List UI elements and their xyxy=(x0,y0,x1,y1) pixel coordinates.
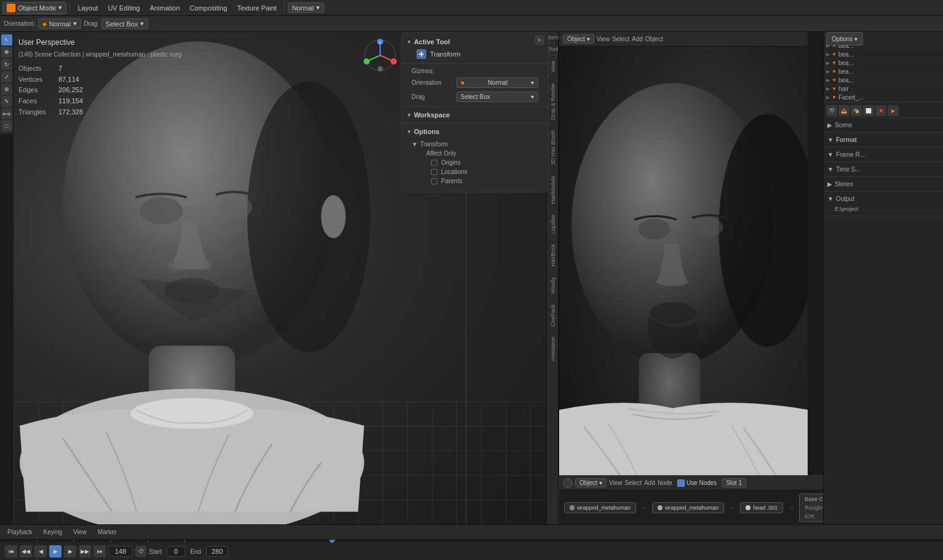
shader-select-btn[interactable]: Select xyxy=(624,479,642,486)
use-nodes-toggle[interactable]: Use Nodes xyxy=(677,479,717,487)
right-object-btn[interactable]: Object xyxy=(645,36,663,42)
prop-icon-6[interactable]: ▶ xyxy=(888,105,899,116)
menu-texture-paint[interactable]: Texture Paint xyxy=(233,3,281,13)
next-keyframe-btn[interactable]: ▶▶ xyxy=(79,545,91,558)
use-nodes-checkbox[interactable] xyxy=(677,479,685,487)
tab-woolly[interactable]: Woolly xyxy=(547,272,558,299)
start-frame[interactable]: 0 xyxy=(167,546,185,557)
top-menubar: Object Mode ▾ Layout UV Editing Animatio… xyxy=(0,0,943,16)
vertices-value: 87,114 xyxy=(58,74,79,85)
shader-node-1[interactable]: wrapped_metahuman xyxy=(564,502,636,513)
right-add-btn[interactable]: Add xyxy=(632,36,643,42)
stereo-section-title[interactable]: ▶ Stereo xyxy=(827,179,939,189)
prop-icon-3[interactable]: 🎭 xyxy=(851,105,862,116)
measure-tool[interactable]: ⟷ xyxy=(1,108,12,119)
node-dot-1 xyxy=(570,505,575,510)
marker-menu[interactable]: Marker xyxy=(94,528,121,536)
mode-dropdown[interactable]: Object Mode ▾ xyxy=(2,2,66,14)
format-section-title[interactable]: ▼ Format xyxy=(827,135,939,144)
menu-uv[interactable]: UV Editing xyxy=(103,3,144,13)
tab-animation[interactable]: Animation xyxy=(547,331,558,366)
drag-dropdown[interactable]: Select Box ▾ xyxy=(101,18,149,29)
time-section-title[interactable]: ▼ Time S... xyxy=(827,165,939,174)
menu-layout[interactable]: Layout xyxy=(73,3,102,13)
outliner-item-faceit[interactable]: ▶ ▼ Faceit_... xyxy=(824,93,943,102)
right-select-btn[interactable]: Select xyxy=(612,36,629,42)
separator xyxy=(70,2,70,14)
slot-dropdown[interactable]: Slot 1 xyxy=(722,478,746,487)
view-menu[interactable]: View xyxy=(70,528,90,536)
outliner-item-bea5[interactable]: ▶ ▼ bea... xyxy=(824,50,943,59)
orientation-dropdown[interactable]: ◆ Normal ▾ xyxy=(38,18,81,29)
shader-object-dropdown[interactable]: Object ▾ xyxy=(575,478,607,487)
shader-node-btn[interactable]: Node xyxy=(658,479,672,486)
jump-end-btn[interactable]: ⏭ xyxy=(94,545,106,558)
shader-view-btn[interactable]: View xyxy=(609,479,623,486)
right-3d-viewport[interactable]: Object ▾ View Select Add Object xyxy=(559,32,808,524)
outliner-item-bea7[interactable]: ▶ ▼ bea... xyxy=(824,68,943,76)
locations-checkbox[interactable] xyxy=(431,169,437,175)
properties-panel: 🎬 📤 🎭 ⬜ ✱ ▶ ▶ Scene ▼ Format ▼ Frame xyxy=(824,102,943,218)
frame-range-title[interactable]: ▼ Frame R... xyxy=(827,150,939,159)
options-section-header[interactable]: ▼ Options xyxy=(402,126,548,137)
outliner-item-hair[interactable]: ▶ ▼ hair xyxy=(824,85,943,93)
mode-label: Object Mode xyxy=(18,4,56,12)
scene-section-title[interactable]: ▶ Scene xyxy=(827,120,939,130)
locations-row[interactable]: Locations xyxy=(412,167,538,176)
right-view-btn[interactable]: View xyxy=(597,36,610,42)
options-panel-toggle[interactable]: Options ▾ xyxy=(826,32,863,45)
cursor-tool[interactable]: ↖ xyxy=(1,34,12,45)
menu-animation[interactable]: Animation xyxy=(145,3,184,13)
output-section-title[interactable]: ▼ Output xyxy=(827,194,939,203)
prop-icon-5[interactable]: ✱ xyxy=(875,105,886,116)
prop-icon-4[interactable]: ⬜ xyxy=(863,105,874,116)
drag-panel-dropdown[interactable]: Select Box ▾ xyxy=(456,92,538,102)
tab-liquifier[interactable]: Liquifier xyxy=(547,209,558,239)
orientation-panel-dropdown[interactable]: ◆ Normal ▾ xyxy=(456,77,538,88)
right-mode-btn[interactable]: Object ▾ xyxy=(563,34,594,44)
stereo-expand: ▶ xyxy=(827,181,832,187)
parents-row[interactable]: Parents xyxy=(412,176,538,186)
prop-icon-1[interactable]: 🎬 xyxy=(826,105,837,116)
menu-compositing[interactable]: Compositing xyxy=(185,3,231,13)
node-label-3: head .001 xyxy=(753,505,778,511)
active-tool-header[interactable]: ▼ Active Tool xyxy=(402,36,548,47)
play-btn[interactable]: ▶ xyxy=(49,545,62,558)
annotate-tool[interactable]: ✎ xyxy=(1,96,12,107)
rotate-tool[interactable]: ↻ xyxy=(1,59,12,70)
playback-menu[interactable]: Playback xyxy=(4,528,36,536)
prop-icon-2[interactable]: 📤 xyxy=(838,105,849,116)
outliner-item-bea6[interactable]: ▶ ▼ bea... xyxy=(824,59,943,68)
scale-tool[interactable]: ⤢ xyxy=(1,71,12,82)
base-color-node[interactable]: Base Color Roughness 1.450 IOR xyxy=(799,494,823,522)
shader-node-2[interactable]: wrapped_metahuman xyxy=(652,502,724,513)
tab-hairbrick[interactable]: HairBrick xyxy=(547,239,558,272)
shader-cycle-icon[interactable] xyxy=(563,478,573,488)
origins-checkbox[interactable] xyxy=(431,160,437,166)
options-close-button[interactable]: × xyxy=(535,35,544,45)
triangles-label: Triangles xyxy=(18,107,52,118)
keying-menu[interactable]: Keying xyxy=(40,528,66,536)
transform-tool[interactable]: ⊕ xyxy=(1,84,12,95)
end-frame[interactable]: 280 xyxy=(206,546,228,557)
tab-cirepack[interactable]: CirePack xyxy=(547,299,558,332)
outliner-item-bea8[interactable]: ▶ ▼ bea... xyxy=(824,76,943,85)
jump-start-btn[interactable]: ⏮ xyxy=(5,545,17,558)
time-icon[interactable]: ⏱ xyxy=(135,546,146,557)
next-frame-btn[interactable]: ▶ xyxy=(64,545,76,558)
prev-keyframe-btn[interactable]: ◀◀ xyxy=(20,545,32,558)
add-cube-tool[interactable]: □ xyxy=(1,120,12,132)
svg-point-7 xyxy=(167,260,186,272)
parents-checkbox[interactable] xyxy=(431,178,437,184)
transform-section-header[interactable]: ▼ Transform xyxy=(412,140,538,149)
shader-node-3[interactable]: head .001 xyxy=(740,502,783,513)
normal-dropdown[interactable]: Normal ▾ xyxy=(288,2,324,13)
current-frame-display[interactable]: 148 xyxy=(108,546,133,557)
options-panel: × ▼ Active Tool Transform Gizmos: Orient… xyxy=(401,32,549,192)
workspace-header[interactable]: ▼ Workspace xyxy=(402,109,548,120)
navigation-gizmo[interactable]: Z xyxy=(362,37,399,74)
prev-frame-btn[interactable]: ◀ xyxy=(34,545,47,558)
shader-add-btn[interactable]: Add xyxy=(644,479,655,486)
move-tool[interactable]: ✥ xyxy=(1,47,12,58)
origins-row[interactable]: Origins xyxy=(412,158,538,167)
